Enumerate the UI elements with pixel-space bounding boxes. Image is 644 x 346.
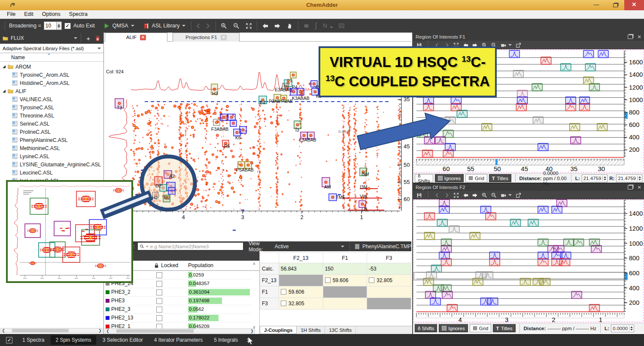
asl-library-button[interactable]: ASL Library — [152, 23, 180, 29]
tree-expander-icon[interactable] — [3, 65, 6, 68]
jcoupling-cell[interactable]: 59.606 — [323, 275, 367, 286]
population-column-header[interactable]: Population — [188, 262, 213, 268]
broadening-spinner[interactable]: 10 — [44, 21, 62, 30]
snapshot-dropdown-caret[interactable] — [508, 44, 512, 46]
asl-library-book-icon[interactable] — [143, 23, 149, 29]
snapshot-icon[interactable] — [501, 42, 506, 48]
nav-forward-icon[interactable] — [204, 23, 211, 29]
grid-toggle[interactable]: Grid — [470, 324, 492, 332]
reorder-icon[interactable] — [247, 338, 249, 343]
jcoupling-cell[interactable] — [279, 275, 323, 286]
locked-checkbox[interactable] — [156, 298, 162, 304]
left-bound-spinner[interactable]: 0.0000 — [611, 325, 634, 332]
titles-toggle[interactable]: TTitles — [493, 324, 515, 332]
tree-file[interactable]: LeucineC.ASL — [0, 168, 103, 177]
locked-checkbox[interactable] — [156, 315, 162, 321]
search-options-caret[interactable] — [146, 246, 149, 247]
tree-folder-arom[interactable]: AROM — [0, 63, 103, 71]
spin-system-row[interactable]: PHE30.197498 — [104, 297, 252, 305]
jcoupling-cell[interactable]: 150 — [323, 263, 367, 275]
zoom-in-icon[interactable] — [221, 23, 227, 29]
menu-item-options[interactable]: Options — [38, 10, 65, 18]
locked-checkbox[interactable] — [156, 281, 162, 287]
nav-back-icon[interactable] — [195, 23, 202, 29]
roi-f1-header[interactable]: Region Of Interests F1 ✕ — [413, 33, 644, 41]
jcoupling-cell[interactable] — [323, 286, 367, 298]
right-bound-spinner[interactable]: 21.4759 — [616, 175, 642, 182]
fit-screen-icon[interactable] — [246, 23, 252, 29]
prev-region-icon[interactable] — [463, 193, 468, 198]
locked-checkbox[interactable] — [156, 289, 162, 295]
menu-item-file[interactable]: File — [3, 10, 20, 18]
tab-13c-shifts[interactable]: 13C Shifts — [325, 326, 356, 334]
float-panel-icon[interactable] — [628, 35, 633, 39]
coupling-checkbox[interactable] — [325, 277, 331, 283]
delete-library-icon[interactable] — [94, 35, 101, 42]
spin-system-row[interactable]: PHE3_20.361094 — [104, 288, 252, 297]
qmsa-dropdown-caret[interactable] — [131, 25, 134, 27]
maximize-button[interactable] — [609, 0, 622, 10]
close-button[interactable]: ✕ — [624, 0, 644, 10]
zoom-out-icon[interactable] — [491, 193, 497, 198]
left-bound-spinner[interactable]: 21.4759 — [582, 175, 608, 182]
grid-toggle[interactable]: Grid — [465, 174, 487, 182]
asl-library-dropdown-caret[interactable] — [182, 25, 185, 27]
-shifts-toggle[interactable]: δ Shifts — [415, 174, 433, 182]
jcoupling-cell[interactable]: -53 — [367, 263, 411, 275]
spin-system-row[interactable]: PHE2_30.0562 — [104, 305, 252, 314]
pan-hand-icon[interactable] — [287, 23, 293, 29]
filter-input[interactable]: e.g Name1|Name2|Name3 — [138, 243, 243, 250]
tree-file[interactable]: LysineC.ASL — [0, 152, 103, 160]
ignores-toggle[interactable]: Ignores — [435, 174, 464, 182]
view-mode-value[interactable]: Active — [275, 244, 288, 250]
tab-close-icon[interactable]: ✕ — [221, 35, 227, 40]
workspace-tab-2-spin-systems[interactable]: 2 Spin Systems — [51, 335, 96, 345]
locked-column-header[interactable]: Locked — [161, 262, 178, 268]
-shifts-toggle[interactable]: δ Shifts — [415, 324, 437, 332]
statusbar-checkbox[interactable]: ✓ — [6, 337, 12, 343]
roi-f2-header[interactable]: Region Of Interests F2 ✕ — [413, 183, 644, 191]
tree-file[interactable]: VALINEC.ASL — [0, 95, 103, 103]
jcoupling-cell[interactable]: 59.606 — [279, 286, 323, 298]
spin-systems-h-scrollbar[interactable]: ❮❯ — [105, 328, 255, 334]
close-panel-icon[interactable]: ✕ — [637, 34, 641, 40]
workspace-tab-1-spectra[interactable]: 1 Spectra — [18, 335, 49, 345]
save-icon[interactable] — [416, 193, 422, 198]
locked-checkbox[interactable] — [156, 307, 162, 313]
library-h-scrollbar[interactable]: ❮❯ — [0, 328, 103, 333]
qmsa-play-icon[interactable] — [103, 23, 110, 29]
menu-item-spectra[interactable]: Spectra — [65, 10, 92, 18]
tab-1h-shifts[interactable]: 1H Shifts — [297, 326, 325, 334]
tree-file[interactable]: SerineC.ASL — [0, 120, 103, 128]
tab-alif[interactable]: ALIF✕ — [105, 33, 167, 42]
ignores-toggle[interactable]: Ignores — [439, 324, 468, 332]
export-icon[interactable] — [516, 193, 521, 198]
fit-screen-icon[interactable] — [453, 193, 459, 198]
snapshot-icon[interactable] — [501, 193, 506, 198]
titles-toggle[interactable]: TTitles — [489, 174, 511, 182]
tree-file[interactable]: TyrosineC_Arom.ASL — [0, 71, 103, 79]
qmsa-button[interactable]: QMSA — [112, 23, 128, 29]
tree-folder-alif[interactable]: ALIF — [0, 87, 103, 95]
workspace-tab-3-selection-editor[interactable]: 3 Selection Editor — [98, 335, 148, 345]
tree-file[interactable]: MethionineC.ASL — [0, 144, 103, 152]
minimize-button[interactable]: — — [590, 0, 603, 10]
file-type-dropdown[interactable]: Adaptive Spectral Library Files (*.asl) — [0, 44, 103, 53]
j-couplings-table[interactable]: F2_13F1F3Calc.56.843150-53F2_1359.60632.… — [260, 253, 411, 310]
jcoupling-cell[interactable]: 32.805 — [279, 298, 323, 310]
auto-exit-checkbox[interactable]: ✓ — [64, 23, 71, 29]
menu-item-edit[interactable]: Edit — [20, 10, 38, 18]
coupling-checkbox[interactable] — [281, 301, 286, 306]
snapshot-dropdown-caret[interactable] — [508, 194, 512, 196]
workspace-tab-5-integrals[interactable]: 5 Integrals — [209, 335, 243, 345]
jcoupling-cell[interactable] — [323, 298, 367, 310]
jcoupling-cell[interactable] — [367, 286, 411, 298]
workspace-tab-4-iterator-parameters[interactable]: 4 Iterator Parameters — [149, 335, 207, 345]
scroll-up-icon[interactable]: ˄ — [253, 262, 255, 266]
export-icon[interactable] — [516, 42, 521, 48]
next-region-icon[interactable] — [472, 193, 478, 198]
tab-close-icon[interactable]: ✕ — [140, 35, 146, 40]
tree-file[interactable]: TyrosineC.ASL — [0, 103, 103, 111]
locked-checkbox[interactable] — [156, 272, 162, 278]
coupling-checkbox[interactable] — [369, 277, 374, 283]
